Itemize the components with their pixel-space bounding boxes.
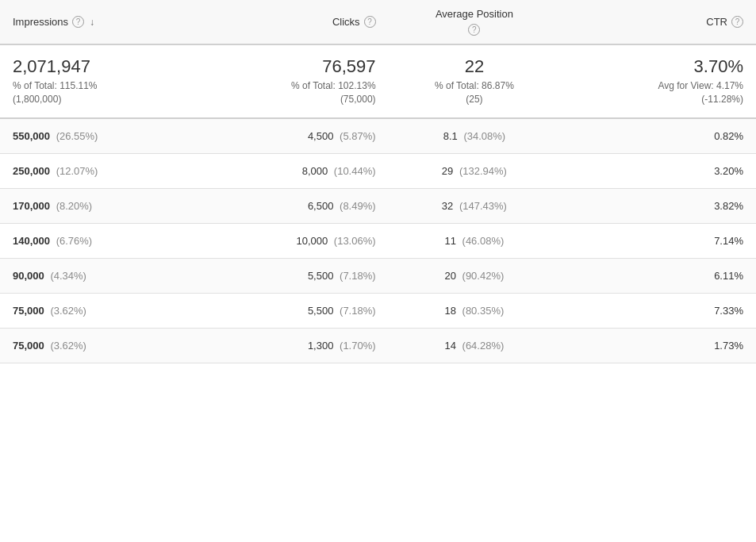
table-row: 550,000 (26.55%) 4,500 (5.87%) 8.1 (34.0… <box>0 118 756 154</box>
avg-pos-value: 8.1 <box>443 130 458 142</box>
row-impressions: 170,000 (8.20%) <box>0 188 201 223</box>
ctr-value: 3.82% <box>714 200 743 212</box>
clicks-pct: (5.87%) <box>340 130 376 142</box>
clicks-pct: (10.44%) <box>334 165 376 177</box>
row-ctr: 6.11% <box>566 258 756 293</box>
impressions-value: 250,000 <box>13 165 50 177</box>
avg-pos-value: 18 <box>444 305 455 317</box>
table-row: 140,000 (6.76%) 10,000 (13.06%) 11 (46.0… <box>0 223 756 258</box>
avg-pos-pct: (90.42%) <box>462 270 505 282</box>
row-avg-position: 29 (132.94%) <box>389 153 567 188</box>
clicks-pct: (13.06%) <box>334 235 376 247</box>
avg-pos-pct: (46.08%) <box>462 235 505 247</box>
row-impressions: 550,000 (26.55%) <box>0 118 201 154</box>
ctr-value: 0.82% <box>714 130 743 142</box>
ctr-value: 7.14% <box>714 235 743 247</box>
table-row: 250,000 (12.07%) 8,000 (10.44%) 29 (132.… <box>0 153 756 188</box>
impressions-help-icon[interactable]: ? <box>72 16 84 28</box>
clicks-value: 6,500 <box>308 200 334 212</box>
avg-pos-pct: (147.43%) <box>459 200 507 212</box>
clicks-help-icon[interactable]: ? <box>364 16 376 28</box>
impressions-column-header: Impressions ? ↓ <box>0 0 201 44</box>
row-ctr: 3.82% <box>566 188 756 223</box>
summary-avg-pos-value: 22 <box>395 56 555 77</box>
row-impressions: 90,000 (4.34%) <box>0 258 201 293</box>
clicks-value: 10,000 <box>296 235 328 247</box>
row-avg-position: 32 (147.43%) <box>389 188 567 223</box>
ctr-value: 3.20% <box>714 165 743 177</box>
avg-pos-value: 20 <box>444 270 455 282</box>
row-clicks: 8,000 (10.44%) <box>201 153 389 188</box>
row-ctr: 1.73% <box>566 328 756 363</box>
ctr-value: 6.11% <box>714 270 743 282</box>
summary-clicks-sub2: (75,000) <box>340 94 376 105</box>
avg-pos-value: 14 <box>444 340 455 352</box>
impressions-value: 75,000 <box>13 305 44 317</box>
impressions-pct: (3.62%) <box>50 340 86 352</box>
clicks-pct: (8.49%) <box>340 200 376 212</box>
impressions-value: 75,000 <box>13 340 44 352</box>
clicks-value: 5,500 <box>308 270 334 282</box>
row-clicks: 4,500 (5.87%) <box>201 118 389 154</box>
table-row: 170,000 (8.20%) 6,500 (8.49%) 32 (147.43… <box>0 188 756 223</box>
summary-clicks: 76,597 % of Total: 102.13% (75,000) <box>201 44 389 118</box>
clicks-value: 8,000 <box>302 165 328 177</box>
avg-pos-pct: (34.08%) <box>463 130 505 142</box>
clicks-label: Clicks <box>332 16 360 28</box>
ctr-label: CTR <box>706 16 727 28</box>
impressions-pct: (8.20%) <box>56 200 93 212</box>
clicks-value: 5,500 <box>308 305 334 317</box>
impressions-pct: (4.34%) <box>50 270 86 282</box>
summary-row: 2,071,947 % of Total: 115.11% (1,800,000… <box>0 44 756 118</box>
row-clicks: 5,500 (7.18%) <box>201 258 389 293</box>
ctr-value: 7.33% <box>714 305 743 317</box>
summary-impressions-sub2: (1,800,000) <box>13 94 61 105</box>
row-avg-position: 11 (46.08%) <box>389 223 567 258</box>
clicks-column-header: Clicks ? <box>201 0 389 44</box>
avg-pos-pct: (64.28%) <box>462 340 505 352</box>
impressions-pct: (12.07%) <box>56 165 98 177</box>
summary-avg-pos-sub2: (25) <box>466 94 482 105</box>
clicks-pct: (7.18%) <box>340 305 376 317</box>
impressions-pct: (6.76%) <box>56 235 93 247</box>
avg-pos-pct: (132.94%) <box>459 165 507 177</box>
summary-impressions: 2,071,947 % of Total: 115.11% (1,800,000… <box>0 44 201 118</box>
clicks-value: 4,500 <box>308 130 334 142</box>
summary-impressions-value: 2,071,947 <box>13 56 188 77</box>
row-clicks: 1,300 (1.70%) <box>201 328 389 363</box>
summary-ctr-sub1: Avg for View: 4.17% <box>658 80 743 91</box>
row-avg-position: 20 (90.42%) <box>389 258 567 293</box>
avg-pos-value: 11 <box>444 235 455 247</box>
ctr-column-header: CTR ? <box>566 0 756 44</box>
row-ctr: 7.33% <box>566 293 756 328</box>
row-avg-position: 18 (80.35%) <box>389 293 567 328</box>
table-row: 90,000 (4.34%) 5,500 (7.18%) 20 (90.42%)… <box>0 258 756 293</box>
row-ctr: 0.82% <box>566 118 756 154</box>
row-clicks: 6,500 (8.49%) <box>201 188 389 223</box>
summary-clicks-value: 76,597 <box>207 56 376 77</box>
summary-ctr-sub2: (-11.28%) <box>701 94 743 105</box>
impressions-pct: (3.62%) <box>50 305 86 317</box>
row-avg-position: 8.1 (34.08%) <box>389 118 567 154</box>
avg-pos-value: 29 <box>442 165 453 177</box>
avg-position-label: Average Position <box>395 8 555 20</box>
impressions-pct: (26.55%) <box>56 130 98 142</box>
summary-clicks-sub1: % of Total: 102.13% <box>291 80 376 91</box>
summary-avg-pos-sub1: % of Total: 86.87% <box>435 80 514 91</box>
row-impressions: 75,000 (3.62%) <box>0 328 201 363</box>
impressions-label: Impressions <box>13 16 68 28</box>
impressions-value: 170,000 <box>13 200 50 212</box>
impressions-value: 90,000 <box>13 270 44 282</box>
clicks-value: 1,300 <box>308 340 334 352</box>
impressions-sort-icon[interactable]: ↓ <box>90 17 94 28</box>
summary-avg-position: 22 % of Total: 86.87% (25) <box>389 44 567 118</box>
avg-pos-value: 32 <box>442 200 453 212</box>
table-row: 75,000 (3.62%) 5,500 (7.18%) 18 (80.35%)… <box>0 293 756 328</box>
row-clicks: 5,500 (7.18%) <box>201 293 389 328</box>
row-avg-position: 14 (64.28%) <box>389 328 567 363</box>
avg-position-help-icon[interactable]: ? <box>468 24 480 36</box>
ctr-help-icon[interactable]: ? <box>731 16 743 28</box>
table-row: 75,000 (3.62%) 1,300 (1.70%) 14 (64.28%)… <box>0 328 756 363</box>
row-impressions: 140,000 (6.76%) <box>0 223 201 258</box>
ctr-value: 1.73% <box>714 340 743 352</box>
